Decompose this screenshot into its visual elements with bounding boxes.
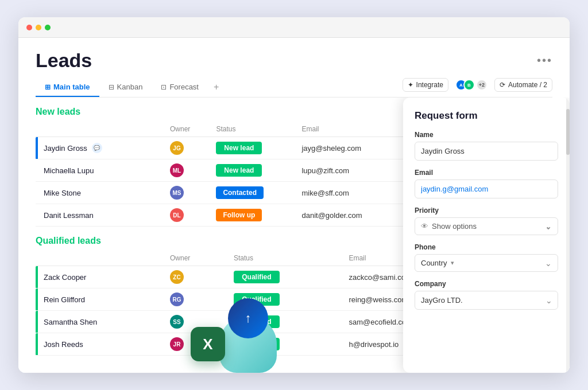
name-input[interactable] bbox=[415, 142, 558, 161]
integrate-label: Integrate bbox=[416, 81, 443, 89]
tab-forecast[interactable]: ⊡ Forecast bbox=[152, 78, 208, 97]
country-label: Country bbox=[421, 259, 447, 267]
browser-bar bbox=[18, 17, 570, 38]
phone-group: Phone Country ▾ bbox=[415, 243, 558, 272]
tab-main-table-label: Main table bbox=[53, 83, 90, 91]
email-cell: jayg@sheleg.com bbox=[296, 137, 400, 159]
lead-name: Danit Lessman bbox=[38, 204, 164, 227]
lead-name: Rein Glifford bbox=[38, 288, 164, 311]
company-label: Company bbox=[415, 280, 558, 288]
col-owner-qual: Owner bbox=[164, 251, 228, 266]
status-badge[interactable]: New lead bbox=[216, 142, 262, 154]
company-select[interactable]: JayGro LTD. bbox=[415, 291, 558, 310]
avatar-stack: A B +2 bbox=[455, 79, 488, 91]
tab-forecast-label: Forecast bbox=[169, 83, 199, 91]
country-chevron-icon: ▾ bbox=[451, 259, 454, 267]
table-icon: ⊞ bbox=[45, 83, 51, 91]
name-label: Name bbox=[415, 131, 558, 139]
owner-cell: MS bbox=[164, 182, 210, 204]
form-title: Request form bbox=[415, 110, 558, 122]
col-name-qual bbox=[38, 251, 164, 266]
col-status-new: Status bbox=[210, 122, 296, 137]
tab-kanban-label: Kanban bbox=[117, 83, 143, 91]
tab-main-table[interactable]: ⊞ Main table bbox=[36, 78, 99, 97]
integrate-button[interactable]: ✦ Integrate bbox=[403, 78, 448, 92]
company-group: Company JayGro LTD. bbox=[415, 280, 558, 310]
close-dot[interactable] bbox=[26, 25, 32, 30]
tab-actions: ✦ Integrate A B +2 ⟳ Automate / 2 bbox=[403, 78, 552, 96]
show-options-label: Show options bbox=[432, 222, 542, 231]
owner-avatar: JG bbox=[170, 141, 184, 155]
page-title: Leads bbox=[36, 49, 92, 72]
minimize-dot[interactable] bbox=[36, 25, 41, 30]
chat-icon: 💬 bbox=[92, 143, 102, 153]
status-badge[interactable]: New lead bbox=[216, 164, 262, 177]
page-title-row: Leads ••• bbox=[36, 49, 552, 72]
owner-avatar: ML bbox=[170, 163, 184, 177]
maximize-dot[interactable] bbox=[45, 25, 51, 30]
chevron-down-icon: ⌄ bbox=[546, 222, 552, 231]
priority-select[interactable]: 👁 Show options ⌄ bbox=[415, 217, 558, 235]
excel-icon: X bbox=[191, 327, 225, 361]
priority-group: Priority 👁 Show options ⌄ bbox=[415, 206, 558, 235]
automate-button[interactable]: ⟳ Automate / 2 bbox=[494, 78, 552, 92]
kanban-icon: ⊟ bbox=[109, 83, 114, 91]
lead-name: Jaydin Gross 💬 bbox=[38, 137, 164, 159]
col-name-new bbox=[38, 122, 164, 137]
col-owner-new: Owner bbox=[164, 122, 210, 137]
owner-cell: ML bbox=[164, 159, 210, 182]
header: Leads ••• ⊞ Main table ⊟ Kanban ⊡ Foreca… bbox=[18, 38, 570, 98]
owner-avatar: DL bbox=[170, 208, 184, 222]
automate-label: Automate / 2 bbox=[508, 81, 547, 89]
owner-cell: ZC bbox=[164, 266, 228, 288]
request-form-panel: Request form Name Email Priority 👁 Show … bbox=[403, 98, 570, 373]
main-area: New leads Owner Status Email Title Compa… bbox=[18, 98, 570, 373]
col-status-qual: Status bbox=[228, 251, 343, 266]
arrow-icon: ↑ bbox=[245, 311, 252, 326]
automate-icon: ⟳ bbox=[500, 81, 505, 89]
status-cell: Contacted bbox=[210, 182, 296, 204]
avatar-2: B bbox=[463, 79, 475, 91]
shape-top: ↑ bbox=[228, 298, 268, 338]
integrate-icon: ✦ bbox=[408, 81, 413, 89]
lead-name: Samantha Shen bbox=[38, 311, 164, 333]
phone-country-select[interactable]: Country ▾ bbox=[415, 254, 558, 272]
lead-name: Michaella Lupu bbox=[38, 159, 164, 182]
email-input[interactable] bbox=[415, 180, 558, 198]
tab-kanban[interactable]: ⊟ Kanban bbox=[99, 78, 152, 97]
company-select-wrap: JayGro LTD. bbox=[415, 291, 558, 310]
status-badge[interactable]: Qualified bbox=[234, 271, 280, 283]
excel-letter: X bbox=[203, 336, 212, 353]
browser-window: Leads ••• ⊞ Main table ⊟ Kanban ⊡ Foreca… bbox=[18, 17, 570, 373]
email-cell: danit@golder.com bbox=[296, 204, 400, 227]
forecast-icon: ⊡ bbox=[161, 83, 167, 91]
add-tab-button[interactable]: + bbox=[208, 77, 225, 97]
name-group: Name bbox=[415, 131, 558, 161]
status-badge[interactable]: Contacted bbox=[216, 186, 264, 199]
col-email-new: Email bbox=[296, 122, 400, 137]
tabs-bar: ⊞ Main table ⊟ Kanban ⊡ Forecast + ✦ Int… bbox=[36, 77, 552, 98]
owner-avatar: MS bbox=[170, 186, 184, 200]
email-cell: lupu@zift.com bbox=[296, 159, 400, 182]
scrollbar-thumb bbox=[566, 109, 570, 155]
scrollbar[interactable] bbox=[566, 98, 570, 373]
lead-name: Josh Reeds bbox=[38, 333, 164, 356]
eye-icon: 👁 bbox=[421, 222, 428, 231]
more-button[interactable]: ••• bbox=[537, 54, 552, 67]
phone-label: Phone bbox=[415, 243, 558, 251]
email-group: Email bbox=[415, 169, 558, 198]
status-badge[interactable]: Follow up bbox=[216, 209, 262, 221]
owner-avatar: JR bbox=[170, 337, 184, 351]
owner-cell: JG bbox=[164, 137, 210, 159]
lead-name: Zack Cooper bbox=[38, 266, 164, 288]
status-cell: Qualified bbox=[228, 266, 343, 288]
owner-avatar: RG bbox=[170, 292, 184, 306]
owner-avatar: SS bbox=[170, 315, 184, 329]
status-cell: New lead bbox=[210, 137, 296, 159]
owner-cell: DL bbox=[164, 204, 210, 227]
lead-name: Mike Stone bbox=[38, 182, 164, 204]
app-content: Leads ••• ⊞ Main table ⊟ Kanban ⊡ Foreca… bbox=[18, 38, 570, 373]
status-cell: New lead bbox=[210, 159, 296, 182]
priority-label: Priority bbox=[415, 206, 558, 214]
owner-avatar: ZC bbox=[170, 270, 184, 284]
